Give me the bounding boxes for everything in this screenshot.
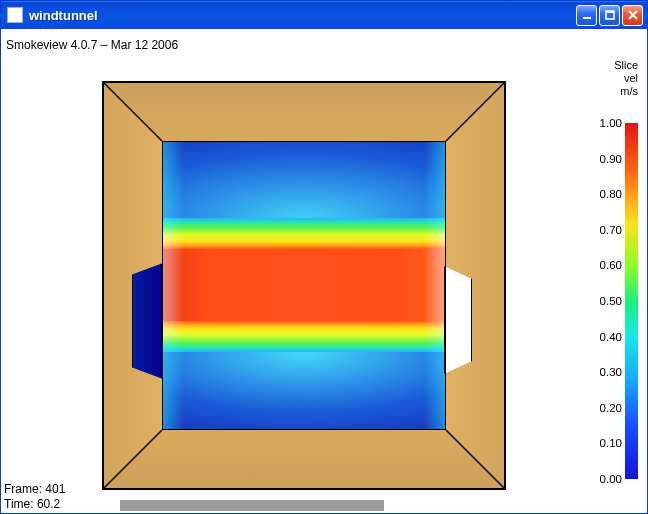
frame-readout: Frame: 401: [4, 482, 644, 497]
window-buttons: [576, 5, 643, 26]
colorbar-tick: 0.50: [600, 295, 622, 307]
app-window: windtunnel Smokeview 4.0.7 – Mar 12 2006: [0, 0, 648, 514]
app-icon: [7, 7, 23, 23]
timeline-slider[interactable]: [120, 500, 384, 511]
colorbar-tick: 0.30: [600, 366, 622, 378]
colorbar-gradient: [625, 123, 638, 479]
minimize-icon: [582, 10, 592, 20]
colorbar-tick: 0.10: [600, 437, 622, 449]
colorbar: Slice vel m/s 1.00 0.90 0.80 0.70 0.60 0…: [596, 59, 638, 482]
inner-frame: [162, 141, 446, 430]
maximize-icon: [605, 10, 615, 20]
colorbar-tick: 0.20: [600, 402, 622, 414]
minimize-button[interactable]: [576, 5, 597, 26]
viewport-3d[interactable]: [102, 81, 506, 490]
colorbar-tick: 0.60: [600, 259, 622, 271]
version-line: Smokeview 4.0.7 – Mar 12 2006: [6, 38, 178, 52]
colorbar-tick: 0.90: [600, 153, 622, 165]
colorbar-tick: 1.00: [600, 117, 622, 129]
colorbar-title: Slice vel m/s: [596, 59, 638, 98]
colorbar-ticks: 1.00 0.90 0.80 0.70 0.60 0.50 0.40 0.30 …: [592, 123, 622, 479]
window-title: windtunnel: [29, 8, 576, 23]
footer: Frame: 401 Time: 60.2: [4, 482, 644, 512]
colorbar-tick: 0.70: [600, 224, 622, 236]
client-area: Smokeview 4.0.7 – Mar 12 2006: [2, 29, 646, 512]
titlebar[interactable]: windtunnel: [1, 1, 647, 29]
close-button[interactable]: [622, 5, 643, 26]
colorbar-tick: 0.80: [600, 188, 622, 200]
maximize-button[interactable]: [599, 5, 620, 26]
colorbar-tick: 0.40: [600, 331, 622, 343]
close-icon: [628, 10, 638, 20]
